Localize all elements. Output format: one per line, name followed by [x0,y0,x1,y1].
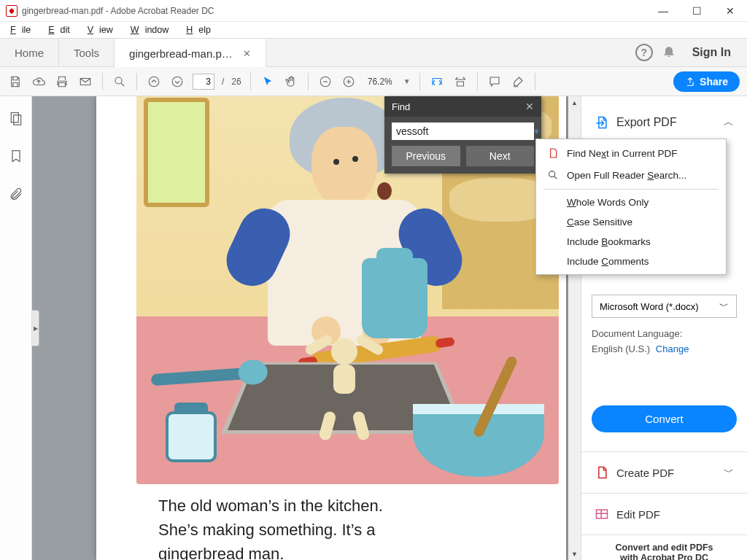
bookmarks-icon[interactable] [9,149,23,166]
share-button[interactable]: Share [673,71,740,92]
svg-rect-7 [597,510,608,518]
document-language-label: Document Language: [592,328,737,339]
svg-point-1 [149,77,159,87]
svg-point-2 [172,77,182,87]
find-next-button[interactable]: Next [466,146,535,166]
find-icon[interactable] [112,74,128,90]
find-options-menu: Find Next in Current PDF Open Full Reade… [535,139,727,275]
hand-tool-icon[interactable] [283,74,299,90]
export-pdf-section[interactable]: Export PDF ︿ [592,108,737,137]
svg-point-8 [549,171,555,177]
chevron-up-icon: ︿ [724,116,734,129]
svg-rect-6 [13,115,20,125]
find-close-icon[interactable]: ✕ [525,101,534,112]
page-text: The old woman’s in the kitchen. She’s ma… [158,494,493,560]
sidebar-expand-handle[interactable]: ▶ [32,310,39,346]
find-panel: Find ✕ ▼ Previous Next [384,96,541,174]
menu-edit[interactable]: Edit [42,23,82,36]
zoom-out-icon[interactable] [317,74,333,90]
footer-line-1: Convert and edit PDFs [615,542,713,553]
zoom-dropdown-icon[interactable]: ▼ [403,77,411,85]
app-icon [6,5,18,17]
comment-icon[interactable] [487,74,503,90]
find-title: Find [392,101,410,112]
toolbar: / 26 76.2% ▼ Share [0,67,747,96]
thumbnails-icon[interactable] [9,111,23,128]
window-titlebar: gingerbread-man.pdf - Adobe Acrobat Read… [0,0,747,22]
story-line-2: She’s making something. It’s a [158,518,493,542]
window-minimize-button[interactable]: — [646,0,680,21]
menu-find-next-in-pdf[interactable]: Find Next in Current PDF [536,142,726,164]
find-input[interactable] [392,122,528,140]
page-total: 26 [231,77,241,87]
story-line-1: The old woman’s in the kitchen. [158,494,493,518]
story-line-3: gingerbread man. [158,542,493,560]
tab-tools[interactable]: Tools [59,39,115,66]
edit-pdf-label: Edit PDF [616,508,660,521]
page-down-icon[interactable] [169,74,185,90]
convert-button[interactable]: Convert [592,405,737,432]
find-options-dropdown-icon[interactable]: ▼ [528,127,545,136]
menu-open-full-search[interactable]: Open Full Reader Search... [536,164,726,186]
create-pdf-icon [595,465,609,480]
save-icon[interactable] [7,74,23,90]
zoom-in-icon[interactable] [341,74,357,90]
tab-document-close-icon[interactable]: ✕ [243,48,251,59]
window-maximize-button[interactable]: ☐ [680,0,713,21]
edit-pdf-section[interactable]: Edit PDF [592,499,737,529]
tab-home[interactable]: Home [0,39,59,66]
menu-window[interactable]: Window [125,23,180,36]
scroll-up-icon[interactable]: ▲ [568,96,581,109]
left-sidebar [0,96,32,560]
print-icon[interactable] [54,74,70,90]
select-tool-icon[interactable] [260,74,276,90]
search-icon [546,168,560,182]
attachments-icon[interactable] [9,187,23,204]
export-format-select[interactable]: Microsoft Word (*.docx) ﹀ [592,295,737,318]
tab-document-label: gingerbread-man.p… [129,47,233,60]
menu-file[interactable]: File [4,23,42,36]
page-number-input[interactable] [193,74,214,90]
tab-document[interactable]: gingerbread-man.p… ✕ [115,39,266,67]
notifications-icon[interactable] [662,44,676,62]
export-format-value: Microsoft Word (*.docx) [600,301,699,312]
scroll-down-icon[interactable]: ▼ [568,548,581,560]
menu-include-bookmarks[interactable]: Include Bookmarks [536,232,726,252]
page-up-icon[interactable] [146,74,162,90]
change-language-link[interactable]: Change [656,343,689,354]
fit-width-icon[interactable] [429,74,445,90]
menu-include-comments[interactable]: Include Comments [536,252,726,271]
footer-line-2: with Acrobat Pro DC [620,553,708,560]
pdf-file-icon [546,147,560,160]
cloud-upload-icon[interactable] [31,74,47,90]
help-icon[interactable]: ? [635,44,653,61]
find-previous-button[interactable]: Previous [392,146,460,166]
create-pdf-label: Create PDF [616,467,674,479]
window-close-button[interactable]: ✕ [713,0,747,21]
zoom-value[interactable]: 76.2% [364,74,396,89]
document-language-value: English (U.S.) [592,343,650,354]
email-icon[interactable] [77,74,93,90]
window-title: gingerbread-man.pdf - Adobe Acrobat Read… [22,6,646,16]
edit-pdf-icon [595,507,609,521]
menu-case-sensitive[interactable]: Case Sensitive [536,212,726,232]
tabbar: Home Tools gingerbread-man.p… ✕ ? Sign I… [0,38,747,67]
chevron-down-icon: ﹀ [724,466,734,479]
share-label: Share [700,76,728,88]
chevron-down-icon: ﹀ [719,300,729,313]
svg-point-0 [115,77,122,84]
menu-help[interactable]: Help [180,23,222,36]
menu-whole-words-only[interactable]: Whole Words Only [536,192,726,212]
page-separator: / [222,77,224,87]
reading-mode-icon[interactable] [452,74,468,90]
export-pdf-label: Export PDF [616,116,677,129]
highlight-icon[interactable] [510,74,526,90]
svg-rect-5 [11,113,18,122]
sign-in-button[interactable]: Sign In [685,46,738,59]
export-pdf-icon [595,115,609,130]
menu-view[interactable]: View [82,23,125,36]
create-pdf-section[interactable]: Create PDF ﹀ [592,458,737,487]
menubar: File Edit View Window Help [0,22,747,38]
